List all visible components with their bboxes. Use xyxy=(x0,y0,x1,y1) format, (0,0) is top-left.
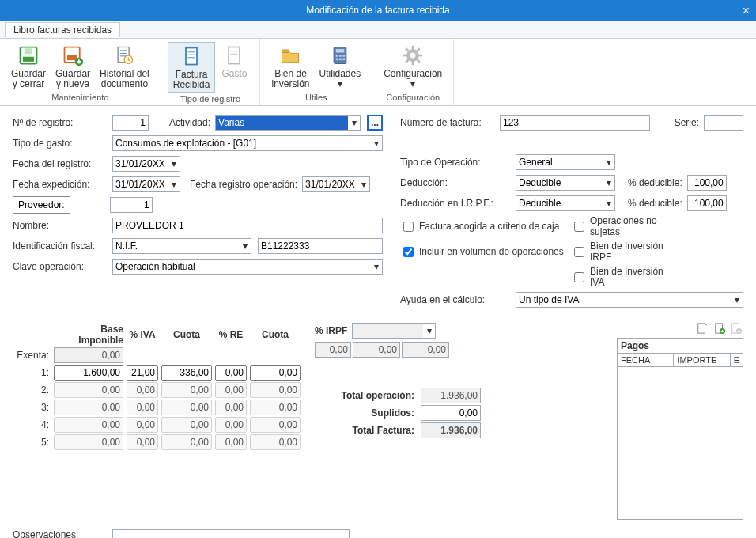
irpf-select[interactable]: ▾ xyxy=(352,323,436,339)
pagos-panel: Pagos FECHA IMPORTE E xyxy=(617,338,743,520)
chevron-down-icon[interactable]: ▾ xyxy=(348,115,361,131)
doc-new-icon[interactable] xyxy=(697,323,708,336)
observaciones-textarea[interactable] xyxy=(112,529,350,538)
save-close-button[interactable]: Guardar y cerrar xyxy=(6,42,51,91)
close-icon[interactable]: × xyxy=(743,0,750,21)
svg-line-35 xyxy=(406,59,409,63)
tab-libro-facturas[interactable]: Libro facturas recibidas xyxy=(5,22,120,37)
chevron-down-icon[interactable]: ▾ xyxy=(357,176,370,192)
svg-rect-15 xyxy=(229,47,240,64)
svg-rect-25 xyxy=(339,59,342,61)
clave-operacion-select[interactable]: ▾ xyxy=(112,259,383,275)
cb-caja[interactable] xyxy=(403,222,414,232)
pagos-col-e[interactable]: E xyxy=(731,354,743,366)
id-fiscal-num-input[interactable] xyxy=(258,238,383,254)
doc-del-icon[interactable] xyxy=(731,323,742,336)
fecha-expedicion-input[interactable]: ▾ xyxy=(112,176,180,192)
id-fiscal-tipo-select[interactable]: ▾ xyxy=(112,238,253,254)
actividad-label: Actividad: xyxy=(169,117,210,128)
utilidades-button[interactable]: Utilidades▾ xyxy=(315,42,366,91)
cb-bien-irpf[interactable] xyxy=(574,247,584,257)
svg-point-28 xyxy=(410,53,416,59)
iva-row-4: 4: xyxy=(13,416,302,434)
tipo-gasto-label: Tipo de gasto: xyxy=(13,138,108,149)
svg-rect-21 xyxy=(336,55,338,57)
fecha-registro-input[interactable]: ▾ xyxy=(112,156,180,172)
tipo-operacion-select[interactable]: ▾ xyxy=(516,154,617,170)
pagos-col-fecha[interactable]: FECHA xyxy=(618,354,674,366)
actividad-select[interactable]: ▾ xyxy=(215,115,361,131)
suplidos-input[interactable] xyxy=(421,405,481,421)
chevron-down-icon[interactable]: ▾ xyxy=(603,195,615,211)
tipo-gasto-select[interactable]: ▾ xyxy=(112,135,383,151)
floppy-plus-icon xyxy=(61,44,85,67)
gear-icon xyxy=(401,44,425,67)
pct-deducible2-input[interactable] xyxy=(687,195,727,211)
ded-irpf-select[interactable]: ▾ xyxy=(516,195,617,211)
window-title: Modificación de la factura recibida xyxy=(306,5,449,16)
gasto-button[interactable]: Gasto xyxy=(215,42,253,93)
svg-rect-26 xyxy=(342,59,345,61)
nombre-input[interactable] xyxy=(112,218,383,233)
doc-add-icon[interactable] xyxy=(714,323,725,336)
cb-bien-iva[interactable] xyxy=(574,272,584,282)
base-exenta-input xyxy=(54,347,123,363)
chevron-down-icon[interactable]: ▾ xyxy=(603,154,615,170)
bien-inversion-button[interactable]: Bien de inversión xyxy=(266,42,314,91)
pct-deducible1-input[interactable] xyxy=(687,175,727,191)
svg-rect-23 xyxy=(342,55,345,57)
svg-line-36 xyxy=(417,48,420,51)
ayuda-select[interactable]: ▾ xyxy=(516,292,743,308)
document-history-icon xyxy=(112,44,136,67)
total-factura xyxy=(421,422,481,438)
num-registro-label: Nº de registro: xyxy=(13,117,108,128)
iva-row-1: 1: xyxy=(13,364,302,381)
factura-recibida-button[interactable]: Factura Recibida xyxy=(168,42,216,93)
folder-icon xyxy=(278,44,302,67)
configuracion-button[interactable]: Configuración▾ xyxy=(379,42,447,91)
iva-row-5: 5: xyxy=(13,434,302,451)
chevron-down-icon[interactable]: ▾ xyxy=(603,175,615,191)
iva-row-3: 3: xyxy=(13,399,302,416)
actividad-browse-button[interactable]: ... xyxy=(367,115,383,131)
chevron-down-icon[interactable]: ▾ xyxy=(239,238,251,254)
serie-input[interactable] xyxy=(704,115,743,131)
svg-rect-11 xyxy=(186,48,197,65)
svg-rect-18 xyxy=(282,50,289,53)
num-factura-input[interactable] xyxy=(500,115,650,131)
chevron-down-icon[interactable]: ▾ xyxy=(731,292,743,308)
expense-icon xyxy=(222,44,246,67)
save-new-button[interactable]: Guardar y nueva xyxy=(51,42,95,91)
svg-rect-20 xyxy=(336,49,345,52)
svg-rect-2 xyxy=(25,48,33,54)
total-operacion xyxy=(421,388,481,404)
svg-rect-1 xyxy=(23,57,34,62)
calculator-icon xyxy=(328,44,352,67)
titlebar: Modificación de la factura recibida × xyxy=(0,0,756,21)
iva-grid: Base Imponible % IVA Cuota % RE Cuota Ex… xyxy=(13,323,302,520)
ribbon: Guardar y cerrar Guardar y nueva Histori… xyxy=(0,39,756,106)
floppy-green-icon xyxy=(17,44,40,67)
cb-volumen[interactable] xyxy=(403,247,414,257)
cb-no-sujetas[interactable] xyxy=(574,222,584,232)
svg-rect-24 xyxy=(336,59,338,61)
chevron-down-icon[interactable]: ▾ xyxy=(168,156,180,172)
invoice-icon xyxy=(180,44,203,68)
svg-line-34 xyxy=(417,59,420,63)
deduccion-select[interactable]: ▾ xyxy=(516,175,617,191)
chevron-down-icon[interactable]: ▾ xyxy=(370,259,383,275)
proveedor-input[interactable] xyxy=(110,197,153,213)
history-button[interactable]: Historial del documento xyxy=(95,42,154,91)
ribbon-tabstrip: Libro facturas recibidas xyxy=(0,21,756,39)
chevron-down-icon[interactable]: ▾ xyxy=(370,135,383,151)
pagos-col-importe[interactable]: IMPORTE xyxy=(674,354,730,366)
svg-line-33 xyxy=(406,48,409,51)
chevron-down-icon[interactable]: ▾ xyxy=(423,323,436,339)
svg-rect-37 xyxy=(698,324,705,333)
num-registro-input[interactable] xyxy=(112,115,149,131)
svg-rect-22 xyxy=(339,55,342,57)
fecha-reg-op-input[interactable]: ▾ xyxy=(302,176,370,192)
iva-row-2: 2: xyxy=(13,381,302,399)
proveedor-button[interactable]: Proveedor: xyxy=(13,196,70,214)
chevron-down-icon[interactable]: ▾ xyxy=(168,176,180,192)
